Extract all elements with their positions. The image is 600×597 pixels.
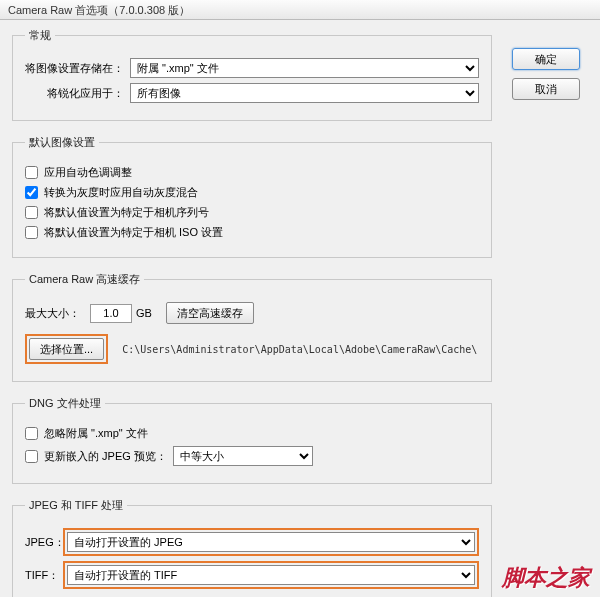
iso-default-row[interactable]: 将默认值设置为特定于相机 ISO 设置: [25, 225, 479, 240]
gb-label: GB: [136, 307, 152, 319]
general-group: 常规 将图像设置存储在： 附属 ".xmp" 文件 将锐化应用于： 所有图像: [12, 28, 492, 121]
serial-default-checkbox[interactable]: [25, 206, 38, 219]
dng-group: DNG 文件处理 忽略附属 ".xmp" 文件 更新嵌入的 JPEG 预览： 中…: [12, 396, 492, 484]
tiff-select[interactable]: 自动打开设置的 TIFF: [67, 565, 475, 585]
jpeg-tiff-legend: JPEG 和 TIFF 处理: [25, 498, 127, 513]
update-jpeg-checkbox[interactable]: [25, 450, 38, 463]
iso-default-label: 将默认值设置为特定于相机 ISO 设置: [44, 225, 223, 240]
jpeg-select[interactable]: 自动打开设置的 JPEG: [67, 532, 475, 552]
dng-legend: DNG 文件处理: [25, 396, 105, 411]
window-title: Camera Raw 首选项（7.0.0.308 版）: [8, 4, 190, 16]
iso-default-checkbox[interactable]: [25, 226, 38, 239]
select-location-highlight: 选择位置...: [25, 334, 108, 364]
auto-gray-checkbox[interactable]: [25, 186, 38, 199]
defaults-legend: 默认图像设置: [25, 135, 99, 150]
dialog-content: 确定 取消 常规 将图像设置存储在： 附属 ".xmp" 文件 将锐化应用于： …: [0, 20, 600, 597]
jpeg-tiff-group: JPEG 和 TIFF 处理 JPEG： 自动打开设置的 JPEG TIFF： …: [12, 498, 492, 597]
defaults-group: 默认图像设置 应用自动色调调整 转换为灰度时应用自动灰度混合 将默认值设置为特定…: [12, 135, 492, 258]
cache-group: Camera Raw 高速缓存 最大大小： GB 清空高速缓存 选择位置... …: [12, 272, 492, 382]
tiff-label: TIFF：: [25, 568, 63, 583]
title-bar: Camera Raw 首选项（7.0.0.308 版）: [0, 0, 600, 20]
auto-tone-label: 应用自动色调调整: [44, 165, 132, 180]
max-size-input[interactable]: [90, 304, 132, 323]
jpeg-label: JPEG：: [25, 535, 63, 550]
auto-tone-checkbox[interactable]: [25, 166, 38, 179]
ok-button[interactable]: 确定: [512, 48, 580, 70]
tiff-highlight: 自动打开设置的 TIFF: [63, 561, 479, 589]
cache-legend: Camera Raw 高速缓存: [25, 272, 144, 287]
serial-default-label: 将默认值设置为特定于相机序列号: [44, 205, 209, 220]
select-location-button[interactable]: 选择位置...: [29, 338, 104, 360]
ignore-xmp-label: 忽略附属 ".xmp" 文件: [44, 426, 148, 441]
watermark: 脚本之家: [502, 563, 590, 593]
ignore-xmp-checkbox[interactable]: [25, 427, 38, 440]
sharpen-select[interactable]: 所有图像: [130, 83, 479, 103]
button-column: 确定 取消: [512, 48, 582, 108]
ignore-xmp-row[interactable]: 忽略附属 ".xmp" 文件: [25, 426, 479, 441]
auto-gray-label: 转换为灰度时应用自动灰度混合: [44, 185, 198, 200]
jpeg-highlight: 自动打开设置的 JPEG: [63, 528, 479, 556]
save-settings-label: 将图像设置存储在：: [25, 61, 130, 76]
update-jpeg-label: 更新嵌入的 JPEG 预览：: [44, 449, 167, 464]
serial-default-row[interactable]: 将默认值设置为特定于相机序列号: [25, 205, 479, 220]
save-settings-select[interactable]: 附属 ".xmp" 文件: [130, 58, 479, 78]
auto-gray-row[interactable]: 转换为灰度时应用自动灰度混合: [25, 185, 479, 200]
sharpen-label: 将锐化应用于：: [25, 86, 130, 101]
purge-cache-button[interactable]: 清空高速缓存: [166, 302, 254, 324]
auto-tone-row[interactable]: 应用自动色调调整: [25, 165, 479, 180]
general-legend: 常规: [25, 28, 55, 43]
preview-size-select[interactable]: 中等大小: [173, 446, 313, 466]
max-size-label: 最大大小：: [25, 306, 86, 321]
cancel-button[interactable]: 取消: [512, 78, 580, 100]
cache-path: C:\Users\Administrator\AppData\Local\Ado…: [122, 344, 477, 355]
